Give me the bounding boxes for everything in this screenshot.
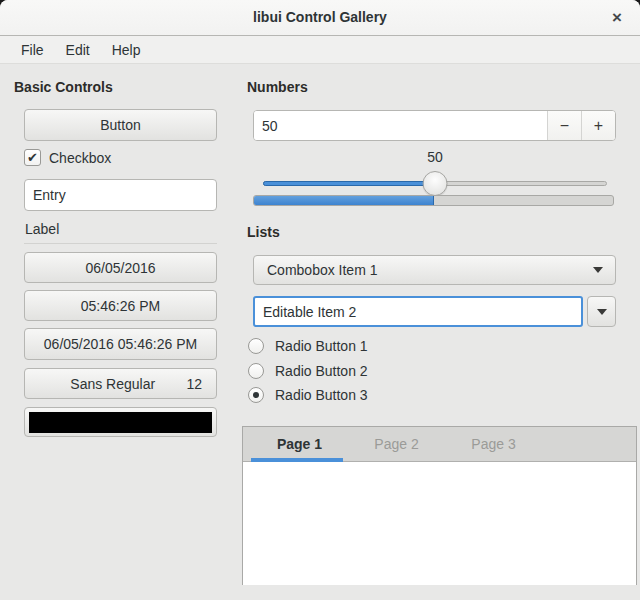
menu-bar: File Edit Help bbox=[0, 36, 640, 64]
time-picker-button[interactable]: 05:46:26 PM bbox=[24, 290, 217, 321]
radio-button-2[interactable]: Radio Button 2 bbox=[248, 363, 368, 379]
combobox-value: Combobox Item 1 bbox=[254, 262, 593, 278]
chevron-down-icon bbox=[593, 267, 603, 273]
numbers-heading: Numbers bbox=[247, 79, 308, 95]
slider-value-label: 50 bbox=[427, 149, 443, 165]
radio-indicator[interactable] bbox=[248, 387, 264, 403]
tab-page-1[interactable]: Page 1 bbox=[251, 427, 348, 461]
window-title: libui Control Gallery bbox=[0, 0, 640, 35]
font-name-label: Sans Regular bbox=[39, 376, 186, 392]
tab-content-page-1 bbox=[243, 462, 636, 585]
color-swatch bbox=[29, 412, 212, 433]
spinbutton: − + bbox=[253, 110, 616, 141]
chevron-down-icon bbox=[597, 309, 607, 315]
editable-combobox-input[interactable] bbox=[253, 296, 583, 327]
entry-field[interactable] bbox=[24, 179, 217, 211]
title-bar[interactable]: libui Control Gallery × bbox=[0, 0, 640, 36]
radio-button-1[interactable]: Radio Button 1 bbox=[248, 338, 368, 354]
horizontal-separator bbox=[24, 243, 217, 244]
tab-control: Page 1 Page 2 Page 3 bbox=[242, 426, 637, 585]
lists-heading: Lists bbox=[247, 224, 280, 240]
checkbox-control[interactable]: ✔ Checkbox bbox=[24, 149, 111, 166]
button-control[interactable]: Button bbox=[24, 109, 217, 141]
radio-indicator[interactable] bbox=[248, 338, 264, 354]
basic-controls-heading: Basic Controls bbox=[14, 79, 113, 95]
spin-plus-button[interactable]: + bbox=[581, 111, 615, 140]
tab-header: Page 1 Page 2 Page 3 bbox=[243, 427, 636, 462]
radio-indicator[interactable] bbox=[248, 363, 264, 379]
font-picker-button[interactable]: Sans Regular 12 bbox=[24, 368, 217, 399]
app-window: libui Control Gallery × File Edit Help B… bbox=[0, 0, 640, 600]
radio-button-3[interactable]: Radio Button 3 bbox=[248, 387, 368, 403]
radio-label: Radio Button 1 bbox=[275, 338, 368, 354]
editable-combobox-dropdown-button[interactable] bbox=[587, 296, 616, 327]
tab-page-2[interactable]: Page 2 bbox=[348, 427, 445, 461]
tab-page-3[interactable]: Page 3 bbox=[445, 427, 542, 461]
progress-bar-fill bbox=[254, 196, 434, 205]
datetime-picker-button[interactable]: 06/05/2016 05:46:26 PM bbox=[24, 328, 217, 360]
slider-thumb[interactable] bbox=[423, 171, 448, 196]
radio-label: Radio Button 2 bbox=[275, 363, 368, 379]
radio-label: Radio Button 3 bbox=[275, 387, 368, 403]
slider[interactable] bbox=[263, 170, 607, 197]
font-size-label: 12 bbox=[186, 376, 202, 392]
checkbox-label: Checkbox bbox=[49, 150, 111, 166]
color-picker-button[interactable] bbox=[24, 407, 217, 437]
menu-file[interactable]: File bbox=[10, 36, 55, 64]
slider-fill bbox=[263, 181, 435, 186]
spin-minus-button[interactable]: − bbox=[547, 111, 581, 140]
close-icon[interactable]: × bbox=[604, 5, 630, 31]
date-picker-button[interactable]: 06/05/2016 bbox=[24, 252, 217, 283]
spinbutton-input[interactable] bbox=[254, 111, 547, 140]
combobox[interactable]: Combobox Item 1 bbox=[253, 255, 616, 285]
label-control: Label bbox=[25, 221, 59, 237]
menu-help[interactable]: Help bbox=[101, 36, 152, 64]
checkbox-check-icon[interactable]: ✔ bbox=[24, 149, 41, 166]
menu-edit[interactable]: Edit bbox=[55, 36, 101, 64]
progress-bar bbox=[253, 195, 614, 206]
